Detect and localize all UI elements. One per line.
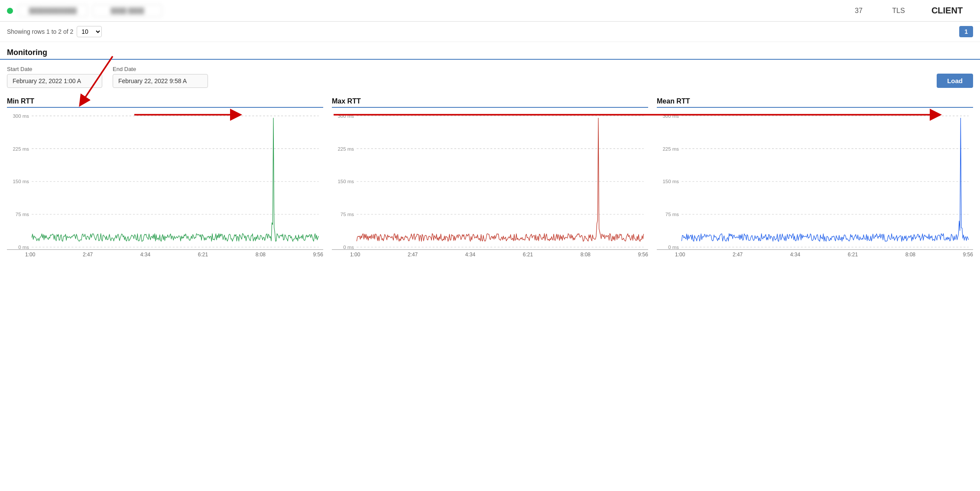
svg-text:0 ms: 0 ms bbox=[668, 245, 679, 249]
end-date-label: End Date bbox=[113, 66, 208, 72]
svg-text:75 ms: 75 ms bbox=[16, 212, 29, 217]
x-label: 4:34 bbox=[790, 252, 800, 258]
chart-divider-min-rtt bbox=[7, 107, 323, 108]
chart-title-min-rtt: Min RTT bbox=[7, 97, 323, 107]
chart-divider-max-rtt bbox=[332, 107, 648, 108]
monitoring-section-title: Monitoring bbox=[0, 42, 980, 59]
charts-section: Min RTT0 ms75 ms150 ms225 ms300 ms1:002:… bbox=[0, 94, 980, 261]
svg-text:150 ms: 150 ms bbox=[338, 179, 354, 184]
end-date-field: End Date bbox=[113, 66, 208, 88]
chart-area-min-rtt: 0 ms75 ms150 ms225 ms300 ms bbox=[7, 111, 323, 250]
start-date-input[interactable] bbox=[7, 74, 102, 88]
svg-text:75 ms: 75 ms bbox=[665, 212, 679, 217]
status-indicator bbox=[7, 8, 13, 14]
pagination-text: Showing rows 1 to 2 of 2 bbox=[7, 28, 73, 35]
page-1-button[interactable]: 1 bbox=[959, 26, 973, 37]
pagination-row: Showing rows 1 to 2 of 2 10 25 50 100 1 bbox=[0, 22, 980, 42]
x-label: 6:21 bbox=[523, 252, 533, 258]
x-label: 8:08 bbox=[256, 252, 266, 258]
client-label: CLIENT bbox=[921, 6, 973, 16]
row-number: 37 bbox=[841, 7, 876, 15]
x-label: 9:56 bbox=[963, 252, 973, 258]
svg-text:0 ms: 0 ms bbox=[18, 245, 29, 249]
svg-text:0 ms: 0 ms bbox=[343, 245, 354, 249]
svg-text:300 ms: 300 ms bbox=[13, 113, 29, 119]
rows-per-page-select[interactable]: 10 25 50 100 bbox=[77, 26, 102, 37]
chart-area-mean-rtt: 0 ms75 ms150 ms225 ms300 ms bbox=[657, 111, 973, 250]
chart-max-rtt: Max RTT0 ms75 ms150 ms225 ms300 ms1:002:… bbox=[332, 97, 648, 258]
chart-mean-rtt: Mean RTT0 ms75 ms150 ms225 ms300 ms1:002… bbox=[657, 97, 973, 258]
svg-text:300 ms: 300 ms bbox=[663, 113, 679, 119]
x-label: 1:00 bbox=[350, 252, 360, 258]
date-range-row: Start Date End Date Load bbox=[0, 60, 980, 94]
svg-text:150 ms: 150 ms bbox=[13, 179, 29, 184]
tls-label: TLS bbox=[881, 7, 916, 15]
chart-x-labels-mean-rtt: 1:002:474:346:218:089:56 bbox=[657, 250, 973, 258]
chart-title-mean-rtt: Mean RTT bbox=[657, 97, 973, 107]
chart-x-labels-min-rtt: 1:002:474:346:218:089:56 bbox=[7, 250, 323, 258]
host-cell-2: ████ ████ bbox=[93, 4, 162, 17]
svg-text:225 ms: 225 ms bbox=[338, 146, 354, 152]
x-label: 6:21 bbox=[198, 252, 208, 258]
x-label: 9:56 bbox=[313, 252, 323, 258]
svg-text:75 ms: 75 ms bbox=[341, 212, 354, 217]
host-cell-1: ████████████ bbox=[18, 4, 88, 17]
x-label: 1:00 bbox=[675, 252, 685, 258]
x-label: 1:00 bbox=[25, 252, 35, 258]
chart-x-labels-max-rtt: 1:002:474:346:218:089:56 bbox=[332, 250, 648, 258]
x-label: 2:47 bbox=[733, 252, 743, 258]
end-date-input[interactable] bbox=[113, 74, 208, 88]
svg-text:150 ms: 150 ms bbox=[663, 179, 679, 184]
chart-area-max-rtt: 0 ms75 ms150 ms225 ms300 ms bbox=[332, 111, 648, 250]
x-label: 2:47 bbox=[83, 252, 93, 258]
charts-grid: Min RTT0 ms75 ms150 ms225 ms300 ms1:002:… bbox=[7, 97, 973, 258]
svg-text:225 ms: 225 ms bbox=[13, 146, 29, 152]
start-date-label: Start Date bbox=[7, 66, 102, 72]
top-row: ████████████ ████ ████ 37 TLS CLIENT bbox=[0, 0, 980, 22]
x-label: 9:56 bbox=[638, 252, 648, 258]
x-label: 4:34 bbox=[465, 252, 475, 258]
chart-divider-mean-rtt bbox=[657, 107, 973, 108]
x-label: 8:08 bbox=[581, 252, 591, 258]
x-label: 8:08 bbox=[905, 252, 915, 258]
load-button[interactable]: Load bbox=[937, 74, 973, 88]
x-label: 4:34 bbox=[140, 252, 150, 258]
chart-title-max-rtt: Max RTT bbox=[332, 97, 648, 107]
svg-text:225 ms: 225 ms bbox=[663, 146, 679, 152]
x-label: 2:47 bbox=[408, 252, 418, 258]
chart-min-rtt: Min RTT0 ms75 ms150 ms225 ms300 ms1:002:… bbox=[7, 97, 323, 258]
start-date-field: Start Date bbox=[7, 66, 102, 88]
svg-text:300 ms: 300 ms bbox=[338, 113, 354, 119]
x-label: 6:21 bbox=[848, 252, 858, 258]
